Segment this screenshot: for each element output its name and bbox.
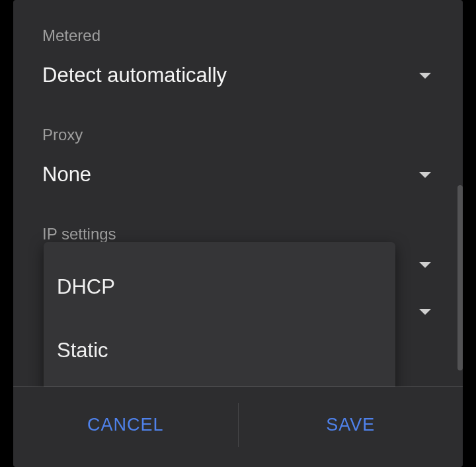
metered-dropdown[interactable]: Detect automatically [42,64,434,87]
ip-settings-label: IP settings [42,225,434,243]
chevron-down-icon [419,73,431,79]
proxy-dropdown[interactable]: None [42,163,434,187]
dialog-content: Metered Detect automatically Proxy None … [13,0,463,387]
ip-option-static[interactable]: Static [44,325,395,376]
dialog-button-bar: CANCEL SAVE [13,386,463,463]
proxy-label: Proxy [42,126,434,144]
cancel-button[interactable]: CANCEL [13,387,238,463]
ip-option-dhcp[interactable]: DHCP [44,262,395,312]
proxy-value: None [42,163,91,187]
scrollbar[interactable] [457,185,463,370]
ip-settings-popup: DHCP Static [44,242,395,387]
save-button[interactable]: SAVE [239,387,463,463]
metered-value: Detect automatically [42,64,227,87]
metered-section: Metered Detect automatically [13,0,463,87]
chevron-down-icon [419,309,431,315]
chevron-down-icon [419,172,431,178]
network-settings-dialog: Metered Detect automatically Proxy None … [13,0,463,467]
metered-label: Metered [42,26,434,45]
proxy-section: Proxy None [13,120,463,187]
chevron-down-icon [419,262,431,268]
